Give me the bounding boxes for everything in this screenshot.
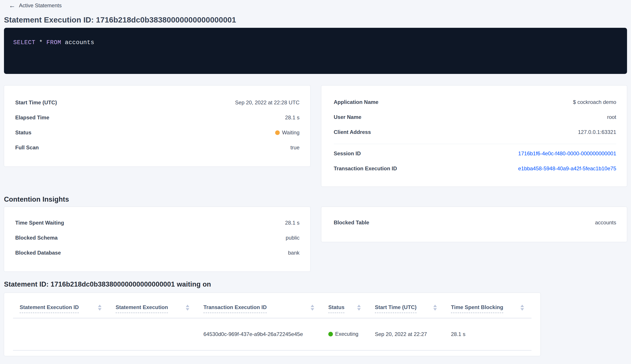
column-header-transaction-execution-id[interactable]: Transaction Execution ID xyxy=(197,293,322,318)
column-header-start-time[interactable]: Start Time (UTC) xyxy=(368,293,444,318)
transaction-execution-id-row: Transaction Execution ID e1bba458-5948-4… xyxy=(334,165,616,172)
back-arrow-icon[interactable]: ← xyxy=(9,2,16,9)
client-address-label: Client Address xyxy=(334,129,371,135)
sql-table-name: accounts xyxy=(65,39,94,46)
page-title: Statement Execution ID: 1716b218dc0b3838… xyxy=(4,16,627,24)
blocked-table-label: Blocked Table xyxy=(334,220,369,226)
application-name-label: Application Name xyxy=(334,99,378,105)
blocked-schema-row: Blocked Schema public xyxy=(15,234,300,241)
cell-status: Executing xyxy=(322,318,368,350)
cell-statement-execution-id xyxy=(13,318,109,350)
sort-icon[interactable] xyxy=(311,304,314,310)
user-name-value: root xyxy=(607,114,616,120)
time-spent-waiting-label: Time Spent Waiting xyxy=(15,220,64,226)
start-time-row: Start Time (UTC) Sep 20, 2022 at 22:28 U… xyxy=(15,99,300,106)
contention-insights-heading: Contention Insights xyxy=(4,196,627,204)
contention-cards-row: Time Spent Waiting 28.1 s Blocked Schema… xyxy=(4,207,627,272)
cell-status-text: Executing xyxy=(335,331,358,337)
full-scan-row: Full Scan true xyxy=(15,144,300,151)
back-to-active-statements-link[interactable]: ← Active Statements xyxy=(9,1,62,10)
contention-waiting-card: Time Spent Waiting 28.1 s Blocked Schema… xyxy=(4,207,310,272)
active-statement-details-page: ← Active Statements Statement Execution … xyxy=(0,1,631,356)
waiting-status-dot-icon xyxy=(275,130,280,135)
cell-transaction-execution-id: 64530d0c-969f-437e-a9b4-26a72245e45e xyxy=(197,318,322,350)
transaction-execution-id-link[interactable]: e1bba458-5948-40a9-a42f-5feac1b10e75 xyxy=(518,166,616,172)
blocked-schema-label: Blocked Schema xyxy=(15,235,58,241)
client-address-row: Client Address 127.0.0.1:63321 xyxy=(334,129,616,136)
column-header-time-spent-blocking[interactable]: Time Spent Blocking xyxy=(444,293,532,318)
breadcrumb-label[interactable]: Active Statements xyxy=(19,2,62,8)
full-scan-value: true xyxy=(290,144,300,151)
cell-statement-execution xyxy=(109,318,197,350)
status-row: Status Waiting xyxy=(15,129,300,136)
blocked-database-row: Blocked Database bank xyxy=(15,250,300,256)
overview-cards-row: Start Time (UTC) Sep 20, 2022 at 22:28 U… xyxy=(4,85,627,187)
sort-icon[interactable] xyxy=(433,304,437,310)
user-name-row: User Name root xyxy=(334,114,616,120)
application-name-value: $ cockroach demo xyxy=(573,99,616,105)
table-header-row: Statement Execution ID Statement Executi… xyxy=(13,293,532,318)
sql-statement-box: SELECT * FROM accounts xyxy=(4,28,627,74)
sort-icon[interactable] xyxy=(98,304,102,310)
sql-keyword-from: FROM xyxy=(46,39,61,46)
start-time-label: Start Time (UTC) xyxy=(15,100,57,106)
blocked-table-row: Blocked Table accounts xyxy=(334,219,616,226)
elapsed-time-value: 28.1 s xyxy=(285,114,300,121)
statement-overview-card: Start Time (UTC) Sep 20, 2022 at 22:28 U… xyxy=(4,85,310,166)
session-id-link[interactable]: 1716b1f6-4e0c-f480-0000-000000000001 xyxy=(518,150,616,157)
sort-icon[interactable] xyxy=(186,304,189,310)
blocked-database-label: Blocked Database xyxy=(15,250,61,256)
session-id-row: Session ID 1716b1f6-4e0c-f480-0000-00000… xyxy=(334,150,616,157)
sort-icon[interactable] xyxy=(357,304,361,310)
elapsed-time-row: Elapsed Time 28.1 s xyxy=(15,114,300,121)
session-id-label: Session ID xyxy=(334,150,361,157)
table-row: 64530d0c-969f-437e-a9b4-26a72245e45e Exe… xyxy=(13,318,532,350)
executing-status-dot-icon xyxy=(328,332,333,336)
user-name-label: User Name xyxy=(334,114,362,120)
full-scan-label: Full Scan xyxy=(15,144,39,151)
client-address-value: 127.0.0.1:63321 xyxy=(578,129,616,135)
session-card-divider xyxy=(334,144,616,144)
status-text: Waiting xyxy=(282,130,300,136)
sort-icon[interactable] xyxy=(520,304,524,310)
sql-star: * xyxy=(39,39,43,46)
status-label: Status xyxy=(15,130,31,136)
column-header-statement-execution-id[interactable]: Statement Execution ID xyxy=(13,293,109,318)
time-spent-waiting-value: 28.1 s xyxy=(285,220,300,226)
session-details-card: Application Name $ cockroach demo User N… xyxy=(321,85,627,187)
cell-start-time: Sep 20, 2022 at 22:27 xyxy=(368,318,444,350)
time-spent-waiting-row: Time Spent Waiting 28.1 s xyxy=(15,220,300,226)
sql-keyword-select: SELECT xyxy=(13,39,35,46)
blocked-database-value: bank xyxy=(288,250,300,256)
blocked-schema-value: public xyxy=(286,235,300,241)
waiting-on-table: Statement Execution ID Statement Executi… xyxy=(13,293,532,350)
column-header-statement-execution[interactable]: Statement Execution xyxy=(109,293,197,318)
column-header-status[interactable]: Status xyxy=(322,293,368,318)
waiting-on-heading: Statement ID: 1716b218dc0b38380000000000… xyxy=(4,280,627,288)
status-value: Waiting xyxy=(275,130,300,136)
elapsed-time-label: Elapsed Time xyxy=(15,114,49,121)
application-name-row: Application Name $ cockroach demo xyxy=(334,99,616,106)
waiting-on-table-card: Statement Execution ID Statement Executi… xyxy=(4,293,540,356)
blocked-table-card: Blocked Table accounts xyxy=(321,207,627,242)
cell-time-spent-blocking: 28.1 s xyxy=(444,318,532,350)
transaction-execution-id-label: Transaction Execution ID xyxy=(334,166,397,172)
start-time-value: Sep 20, 2022 at 22:28 UTC xyxy=(235,100,300,106)
blocked-table-value: accounts xyxy=(595,220,616,226)
